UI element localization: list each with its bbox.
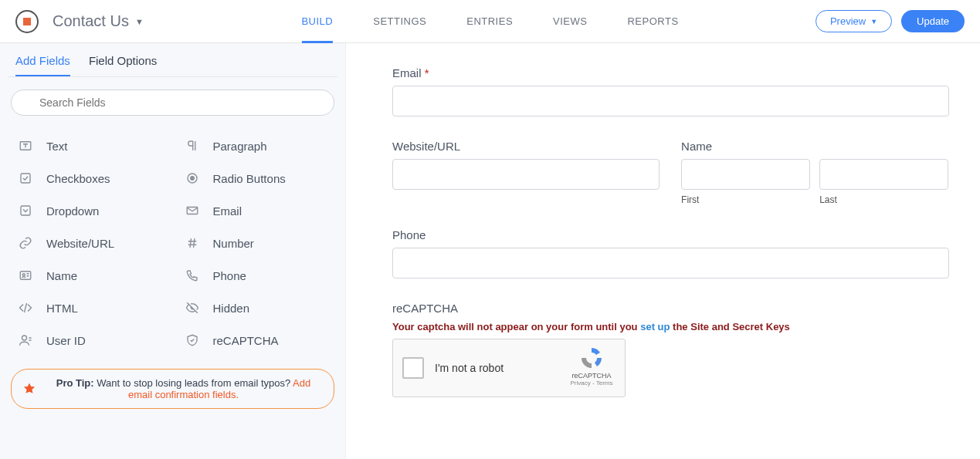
field-label: Dropdown	[46, 204, 99, 218]
tab-reports[interactable]: REPORTS	[607, 0, 698, 43]
field-label: User ID	[46, 334, 86, 347]
number-icon	[182, 236, 202, 250]
link-icon	[15, 236, 36, 250]
paragraph-icon	[182, 139, 202, 153]
preview-label: Preview	[830, 15, 866, 27]
field-label: Paragraph	[213, 140, 267, 153]
website-input[interactable]	[392, 159, 660, 190]
update-button[interactable]: Update	[901, 10, 965, 32]
svg-rect-6	[21, 206, 30, 215]
field-label-phone: Phone	[392, 228, 949, 241]
form-field-phone[interactable]: Phone	[392, 228, 949, 278]
phone-input[interactable]	[392, 248, 949, 278]
pro-tip-text: Want to stop losing leads from email typ…	[94, 377, 293, 389]
hidden-icon	[182, 301, 202, 315]
field-type-paragraph[interactable]: Paragraph	[173, 130, 340, 162]
recaptcha-logo-icon	[579, 346, 604, 370]
tab-views[interactable]: VIEWS	[533, 0, 607, 43]
recaptcha-warning: Your captcha will not appear on your for…	[392, 321, 949, 332]
text-icon	[15, 139, 36, 153]
field-label-email: Email *	[392, 66, 949, 79]
form-name-dropdown[interactable]: Contact Us ▼	[53, 12, 144, 30]
field-label-recaptcha: reCAPTCHA	[392, 302, 949, 315]
fields-grid: Text Paragraph Checkboxes Radio Buttons …	[0, 123, 345, 356]
form-name-label: Contact Us	[53, 12, 129, 30]
recaptcha-widget[interactable]: I'm not a robot reCAPTCHA Privacy - Term…	[392, 339, 626, 397]
sidebar-tabs: Add Fields Field Options	[0, 43, 345, 76]
field-type-phone[interactable]: Phone	[173, 259, 340, 292]
recaptcha-checkbox[interactable]	[402, 357, 424, 379]
app-header: Contact Us ▼ BUILD SETTINGS ENTRIES VIEW…	[0, 0, 980, 43]
field-type-userid[interactable]: User ID	[6, 324, 173, 356]
tab-build[interactable]: BUILD	[281, 0, 353, 43]
sidebar: Add Fields Field Options Text Paragraph …	[0, 43, 346, 459]
email-icon	[182, 204, 202, 218]
field-type-recaptcha[interactable]: reCAPTCHA	[173, 324, 340, 356]
phone-icon	[182, 268, 202, 282]
field-type-email[interactable]: Email	[173, 194, 340, 227]
field-type-radio[interactable]: Radio Buttons	[173, 162, 340, 194]
field-label: Name	[46, 269, 77, 282]
recaptcha-branding: reCAPTCHA Privacy - Terms	[566, 346, 617, 386]
form-field-recaptcha[interactable]: reCAPTCHA Your captcha will not appear o…	[392, 302, 949, 397]
svg-rect-3	[21, 174, 30, 183]
svg-rect-8	[20, 272, 31, 280]
header-actions: Preview ▼ Update	[816, 10, 965, 32]
sidebar-tab-add-fields[interactable]: Add Fields	[15, 54, 70, 76]
field-label: Phone	[213, 269, 246, 282]
field-label-website: Website/URL	[392, 140, 660, 153]
field-type-number[interactable]: Number	[173, 227, 340, 259]
field-label: Website/URL	[46, 237, 114, 250]
field-label: Radio Buttons	[213, 172, 286, 185]
recaptcha-text: I'm not a robot	[435, 362, 504, 374]
form-field-website[interactable]: Website/URL	[392, 140, 660, 205]
field-label: Text	[46, 140, 68, 153]
field-label: Number	[213, 237, 254, 250]
app-logo	[15, 10, 39, 33]
star-icon	[22, 382, 36, 396]
field-type-text[interactable]: Text	[6, 130, 173, 162]
field-label: Checkboxes	[46, 172, 110, 185]
checkbox-icon	[15, 171, 36, 185]
field-type-html[interactable]: HTML	[6, 292, 173, 324]
name-icon	[15, 268, 36, 282]
tab-entries[interactable]: ENTRIES	[446, 0, 533, 43]
dropdown-icon	[15, 204, 36, 218]
sidebar-tab-field-options[interactable]: Field Options	[89, 54, 157, 76]
radio-icon	[182, 171, 202, 185]
field-label: Hidden	[213, 302, 250, 315]
tab-settings[interactable]: SETTINGS	[353, 0, 446, 43]
main-nav: BUILD SETTINGS ENTRIES VIEWS REPORTS	[281, 0, 698, 43]
form-field-email[interactable]: Email *	[392, 66, 949, 116]
field-label: Email	[213, 204, 242, 218]
field-label: HTML	[46, 302, 78, 315]
field-type-url[interactable]: Website/URL	[6, 227, 173, 259]
first-name-input[interactable]	[681, 159, 810, 190]
last-name-input[interactable]	[819, 159, 948, 190]
sublabel-first: First	[681, 194, 810, 205]
required-marker: *	[425, 66, 429, 79]
sublabel-last: Last	[819, 194, 948, 205]
preview-button[interactable]: Preview ▼	[816, 10, 892, 32]
html-icon	[15, 301, 36, 315]
svg-point-10	[22, 336, 27, 340]
shield-icon	[182, 333, 202, 347]
email-input[interactable]	[392, 86, 949, 116]
search-input[interactable]	[11, 89, 334, 116]
user-icon	[15, 333, 36, 347]
field-label: reCAPTCHA	[213, 334, 279, 347]
form-canvas: Email * Website/URL Name First Last	[346, 43, 980, 459]
pro-tip-banner: Pro Tip: Want to stop losing leads from …	[11, 369, 334, 409]
svg-point-5	[190, 177, 194, 181]
pro-tip-bold: Pro Tip:	[56, 377, 94, 389]
field-type-hidden[interactable]: Hidden	[173, 292, 340, 324]
chevron-down-icon: ▼	[870, 18, 877, 25]
chevron-down-icon: ▼	[135, 17, 144, 26]
field-type-checkboxes[interactable]: Checkboxes	[6, 162, 173, 194]
form-field-name[interactable]: Name First Last	[681, 140, 948, 205]
field-type-dropdown[interactable]: Dropdown	[6, 194, 173, 227]
recaptcha-setup-link[interactable]: set up	[640, 321, 670, 332]
svg-point-9	[22, 274, 25, 276]
field-type-name[interactable]: Name	[6, 259, 173, 292]
field-label-name: Name	[681, 140, 948, 153]
